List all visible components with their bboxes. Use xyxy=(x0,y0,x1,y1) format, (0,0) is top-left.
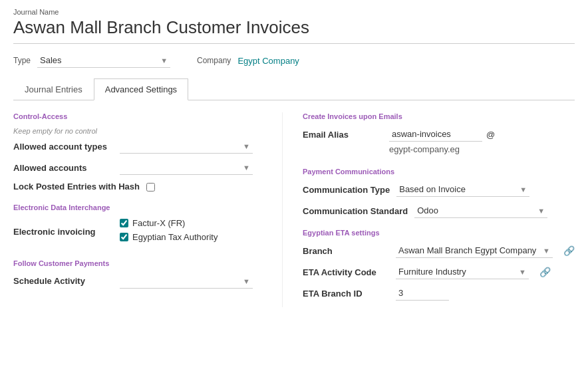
schedule-activity-select[interactable] xyxy=(120,274,253,289)
electronic-invoicing-label: Electronic invoicing xyxy=(13,227,120,237)
create-invoices-section-title: Create Invoices upon Emails xyxy=(303,112,575,120)
email-alias-field: Email Alias @ egypt-company.eg xyxy=(303,127,575,154)
communication-standard-select[interactable]: Odoo ISO xyxy=(414,203,547,218)
eta-activity-code-external-link-icon[interactable]: 🔗 xyxy=(539,267,551,277)
lock-posted-field: Lock Posted Entries with Hash xyxy=(13,182,262,193)
allowed-account-types-select[interactable] xyxy=(120,139,253,154)
lock-posted-checkbox[interactable] xyxy=(146,183,155,192)
branch-select[interactable]: Aswan Mall Branch Egypt Company xyxy=(396,243,553,258)
tabs-container: Journal Entries Advanced Settings xyxy=(13,78,575,100)
branch-select-wrapper[interactable]: Aswan Mall Branch Egypt Company ▼ xyxy=(396,243,553,258)
allowed-accounts-select-wrapper[interactable]: ▼ xyxy=(120,160,253,175)
page-container: Journal Name Aswan Mall Branch Customer … xyxy=(0,0,588,315)
company-value[interactable]: Egypt Company xyxy=(237,56,299,66)
left-panel: Control-Access Keep empty for no control… xyxy=(13,112,283,307)
follow-section-title: Follow Customer Payments xyxy=(13,259,262,267)
lock-posted-label: Lock Posted Entries with Hash xyxy=(13,182,140,193)
factur-x-label: Factur-X (FR) xyxy=(132,218,185,228)
payment-section: Payment Communications Communication Typ… xyxy=(303,168,575,218)
email-alias-input[interactable] xyxy=(389,127,482,142)
email-alias-inputs: @ egypt-company.eg xyxy=(389,127,495,154)
journal-name-label: Journal Name xyxy=(13,8,575,16)
journal-title: Aswan Mall Branch Customer Invoices xyxy=(13,17,575,44)
schedule-activity-label: Schedule Activity xyxy=(13,276,120,286)
communication-type-select[interactable]: Based on Invoice Fixed None xyxy=(396,182,529,197)
edi-section-title: Electronic Data Interchange xyxy=(13,203,262,211)
type-select-wrapper[interactable]: Sales Purchase Cash Bank Miscellaneous ▼ xyxy=(37,53,170,68)
communication-type-field: Communication Type Based on Invoice Fixe… xyxy=(303,182,575,197)
company-field-group: Company Egypt Company xyxy=(197,56,299,66)
communication-standard-field: Communication Standard Odoo ISO ▼ xyxy=(303,203,575,218)
email-alias-label: Email Alias xyxy=(303,127,382,140)
eta-branch-id-field: ETA Branch ID xyxy=(303,286,575,301)
email-alias-top: @ xyxy=(389,127,495,142)
email-domain: egypt-company.eg xyxy=(389,144,495,154)
edi-section: Electronic Data Interchange Electronic i… xyxy=(13,203,262,246)
top-fields: Type Sales Purchase Cash Bank Miscellane… xyxy=(13,53,575,68)
communication-standard-label: Communication Standard xyxy=(303,206,408,216)
electronic-invoicing-field: Electronic invoicing Factur-X (FR) Egypt… xyxy=(13,218,262,246)
type-field-group: Type Sales Purchase Cash Bank Miscellane… xyxy=(13,53,170,68)
payment-section-title: Payment Communications xyxy=(303,168,575,176)
tab-journal-entries[interactable]: Journal Entries xyxy=(13,78,94,100)
branch-field: Branch Aswan Mall Branch Egypt Company ▼… xyxy=(303,243,575,258)
eta-section: Egyptian ETA settings Branch Aswan Mall … xyxy=(303,229,575,301)
eta-activity-code-select-wrapper[interactable]: Furniture Industry ▼ xyxy=(396,265,529,279)
eta-branch-id-label: ETA Branch ID xyxy=(303,289,389,299)
communication-standard-select-wrapper[interactable]: Odoo ISO ▼ xyxy=(414,203,547,218)
control-access-section-title: Control-Access xyxy=(13,112,262,120)
schedule-activity-field: Schedule Activity ▼ xyxy=(13,274,262,289)
branch-external-link-icon[interactable]: 🔗 xyxy=(563,245,575,256)
egyptian-tax-checkbox[interactable] xyxy=(120,233,128,241)
eta-activity-code-select[interactable]: Furniture Industry xyxy=(396,265,529,279)
at-symbol: @ xyxy=(486,130,495,140)
company-label: Company xyxy=(197,56,231,65)
allowed-account-types-field: Allowed account types ▼ xyxy=(13,139,262,154)
communication-type-label: Communication Type xyxy=(303,185,390,195)
communication-type-select-wrapper[interactable]: Based on Invoice Fixed None ▼ xyxy=(396,182,529,197)
eta-branch-id-input[interactable] xyxy=(396,286,449,301)
eta-section-title: Egyptian ETA settings xyxy=(303,229,575,237)
factur-x-item: Factur-X (FR) xyxy=(120,218,218,228)
right-panel: Create Invoices upon Emails Email Alias … xyxy=(283,112,575,307)
type-label: Type xyxy=(13,56,31,65)
allowed-accounts-label: Allowed accounts xyxy=(13,163,120,173)
eta-activity-code-field: ETA Activity Code Furniture Industry ▼ 🔗 xyxy=(303,265,575,279)
egyptian-tax-label: Egyptian Tax Authority xyxy=(132,232,218,242)
schedule-activity-select-wrapper[interactable]: ▼ xyxy=(120,274,253,289)
branch-label: Branch xyxy=(303,246,389,256)
follow-section: Follow Customer Payments Schedule Activi… xyxy=(13,259,262,289)
type-select[interactable]: Sales Purchase Cash Bank Miscellaneous xyxy=(37,53,170,68)
control-access-hint: Keep empty for no control xyxy=(13,127,262,135)
egyptian-tax-item: Egyptian Tax Authority xyxy=(120,232,218,242)
tab-advanced-settings[interactable]: Advanced Settings xyxy=(94,78,188,100)
content-area: Control-Access Keep empty for no control… xyxy=(13,112,575,307)
eta-activity-code-label: ETA Activity Code xyxy=(303,267,389,277)
factur-x-checkbox[interactable] xyxy=(120,219,128,227)
allowed-account-types-select-wrapper[interactable]: ▼ xyxy=(120,139,253,154)
allowed-accounts-select[interactable] xyxy=(120,160,253,175)
allowed-account-types-label: Allowed account types xyxy=(13,142,120,152)
allowed-accounts-field: Allowed accounts ▼ xyxy=(13,160,262,175)
edi-options: Factur-X (FR) Egyptian Tax Authority xyxy=(120,218,218,246)
